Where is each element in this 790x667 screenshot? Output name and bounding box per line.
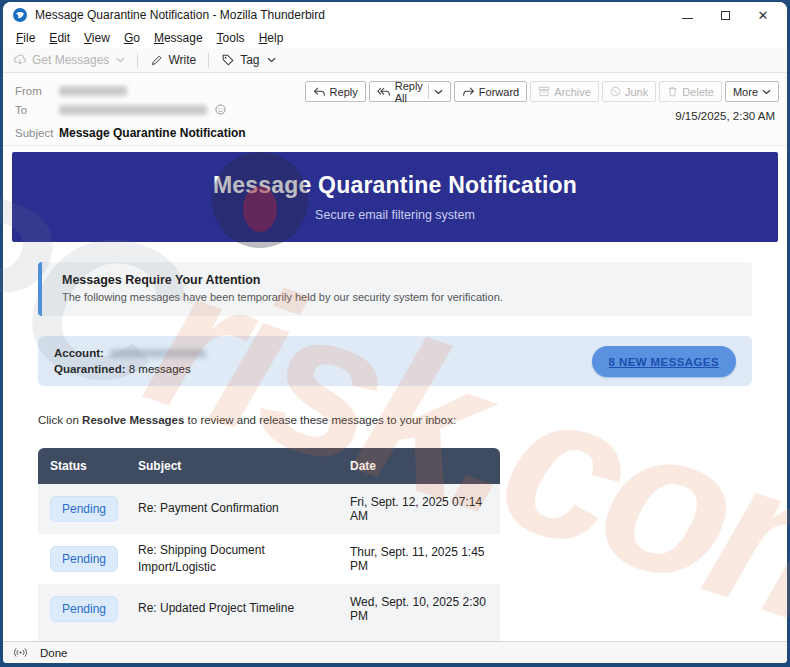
- row-subject: Re: Updated Project Timeline: [138, 600, 350, 617]
- window-title: Message Quarantine Notification - Mozill…: [35, 8, 325, 22]
- table-row: Pending Re: Updated Project Timeline Wed…: [38, 584, 500, 634]
- tag-dropdown-icon[interactable]: [267, 57, 276, 63]
- status-badge: Pending: [50, 496, 118, 522]
- account-summary-box: Account: Quarantined: 8 messages 8 NEW M…: [38, 336, 752, 386]
- message-header-pane: From To Subject Message Quarantine Notif…: [3, 73, 787, 146]
- table-header-row: Status Subject Date: [38, 448, 500, 484]
- header-subject: Subject: [138, 459, 350, 473]
- account-line: Account:: [54, 345, 206, 361]
- new-messages-button[interactable]: 8 NEW MESSAGES: [592, 346, 736, 377]
- message-actions: Reply Reply All Forward Archive: [305, 81, 779, 102]
- reply-all-icon: [377, 87, 391, 97]
- get-messages-dropdown-icon[interactable]: [116, 57, 125, 63]
- get-messages-button[interactable]: Get Messages: [13, 53, 125, 67]
- thunderbird-window: Message Quarantine Notification - Mozill…: [3, 2, 787, 663]
- header-date: Date: [350, 459, 500, 473]
- subject-label: Subject: [15, 127, 59, 139]
- screenshot-root: { "window": { "title": "Message Quaranti…: [0, 0, 790, 667]
- to-label: To: [15, 104, 59, 116]
- minimize-icon[interactable]: [682, 12, 693, 19]
- contact-smiley-icon[interactable]: [215, 104, 226, 115]
- thunderbird-logo-icon: [13, 8, 27, 22]
- banner-subtitle: Secure email filtering system: [315, 208, 475, 222]
- get-messages-icon: [13, 53, 27, 67]
- header-status: Status: [38, 459, 138, 473]
- row-date: Thur, Sept. 11, 2025 1:45 PM: [350, 545, 500, 573]
- more-dropdown-icon: [762, 89, 771, 95]
- menu-tools[interactable]: Tools: [210, 30, 252, 46]
- toolbar-separator: [137, 53, 138, 68]
- maximize-icon[interactable]: [721, 11, 730, 20]
- from-label: From: [15, 85, 59, 97]
- delete-button[interactable]: Delete: [659, 81, 722, 102]
- row-date: Wed, Sept. 10, 2025 2:30 PM: [350, 595, 500, 623]
- to-row: To: [15, 100, 389, 119]
- account-label: Account:: [54, 347, 104, 359]
- close-icon[interactable]: ✕: [757, 9, 769, 21]
- mail-toolbar: Get Messages Write Tag: [3, 48, 787, 73]
- menu-view[interactable]: View: [77, 30, 117, 46]
- table-row: Pending Re: Shipping Document Import/Log…: [38, 534, 500, 584]
- email-banner: Message Quarantine Notification Secure e…: [12, 152, 778, 242]
- trash-icon: [667, 86, 678, 97]
- write-pencil-icon: [150, 54, 163, 67]
- junk-button[interactable]: Junk: [602, 81, 656, 102]
- quarantined-value: 8 messages: [129, 363, 191, 375]
- forward-button[interactable]: Forward: [454, 81, 527, 102]
- menu-go[interactable]: Go: [117, 30, 147, 46]
- status-badge: Pending: [50, 546, 118, 572]
- button-divider: [428, 84, 429, 99]
- table-row: Pending Re: Payment Confirmation Fri, Se…: [38, 484, 500, 534]
- broadcast-icon: [13, 647, 28, 658]
- quarantined-line: Quarantined: 8 messages: [54, 361, 206, 377]
- reply-all-button[interactable]: Reply All: [369, 81, 451, 102]
- subject-row: Subject Message Quarantine Notification: [15, 123, 389, 142]
- status-badge: Pending: [50, 596, 118, 622]
- junk-icon: [610, 86, 621, 97]
- tag-button[interactable]: Tag: [221, 53, 275, 67]
- row-date: Fri, Sept. 12, 2025 07:14 AM: [350, 495, 500, 523]
- subject-value: Message Quarantine Notification: [59, 126, 246, 140]
- archive-icon: [538, 86, 550, 97]
- email-body: Message Quarantine Notification Secure e…: [3, 146, 787, 641]
- redacted-to-address: [59, 105, 207, 115]
- menu-bar: File Edit View Go Message Tools Help: [3, 28, 787, 48]
- row-subject: Re: Payment Confirmation: [138, 500, 350, 517]
- instruction-line: Click on Resolve Messages to review and …: [38, 414, 752, 426]
- redacted-account-address: [110, 349, 206, 358]
- alert-text: The following messages have been tempora…: [62, 291, 732, 303]
- quarantine-table: Status Subject Date Pending Re: Payment …: [38, 448, 500, 641]
- message-date: 9/15/2025, 2:30 AM: [675, 110, 779, 122]
- menu-file[interactable]: File: [9, 30, 42, 46]
- table-row-partial: [38, 634, 500, 641]
- menu-message[interactable]: Message: [147, 30, 210, 46]
- reply-button[interactable]: Reply: [305, 81, 366, 102]
- attention-alert-box: Messages Require Your Attention The foll…: [38, 262, 752, 316]
- write-button[interactable]: Write: [150, 53, 196, 67]
- tag-icon: [221, 53, 235, 67]
- quarantined-label: Quarantined:: [54, 363, 126, 375]
- menu-edit[interactable]: Edit: [42, 30, 77, 46]
- archive-button[interactable]: Archive: [530, 81, 599, 102]
- status-text: Done: [40, 647, 68, 659]
- alert-title: Messages Require Your Attention: [62, 273, 732, 287]
- banner-title: Message Quarantine Notification: [213, 172, 577, 199]
- menu-help[interactable]: Help: [252, 30, 291, 46]
- row-subject: Re: Shipping Document Import/Logistic: [138, 542, 350, 577]
- forward-icon: [462, 87, 475, 97]
- status-bar: Done: [3, 641, 787, 663]
- more-button[interactable]: More: [725, 81, 779, 102]
- redacted-from-address: [59, 86, 127, 96]
- title-bar: Message Quarantine Notification - Mozill…: [3, 2, 787, 28]
- reply-icon: [313, 87, 326, 97]
- reply-all-dropdown-icon[interactable]: [434, 89, 443, 95]
- resolve-messages-emphasis: Resolve Messages: [82, 414, 184, 426]
- new-messages-button-label: 8 NEW MESSAGES: [609, 356, 719, 368]
- toolbar-separator: [208, 53, 209, 68]
